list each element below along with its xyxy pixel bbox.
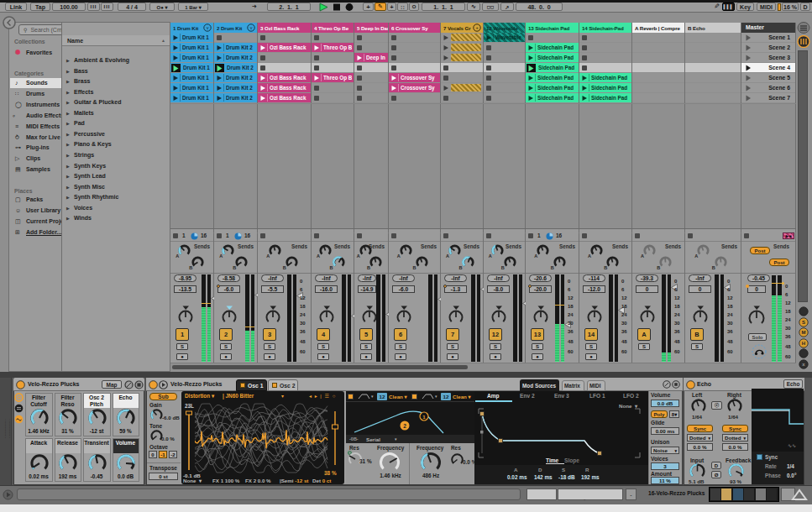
svg-text:H: H	[802, 341, 805, 346]
svg-text:+: +	[475, 25, 478, 30]
svg-text:v: v	[207, 25, 209, 30]
svg-text:M: M	[802, 331, 806, 336]
svg-text:2: 2	[403, 423, 406, 429]
svg-text:v: v	[250, 25, 253, 30]
svg-text:S: S	[802, 320, 805, 325]
